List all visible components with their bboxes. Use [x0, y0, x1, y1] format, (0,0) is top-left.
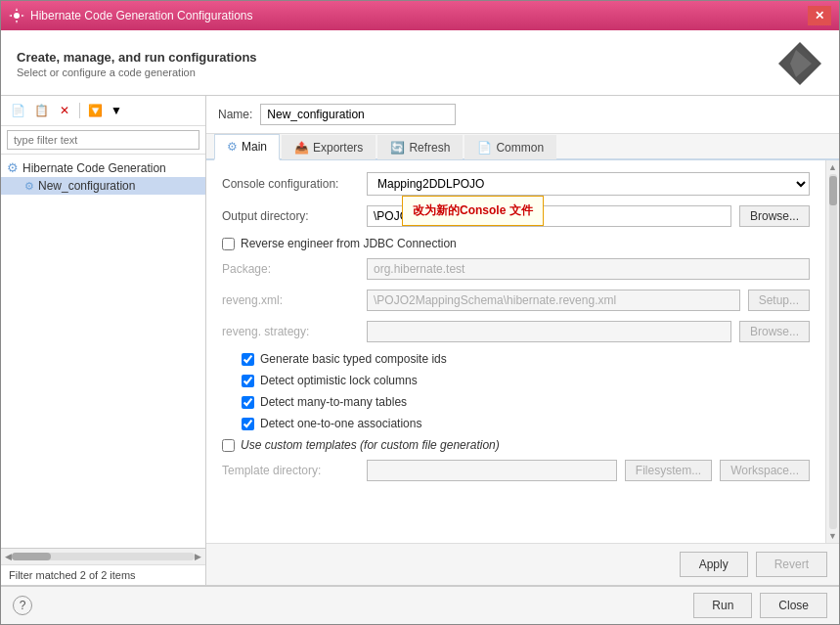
main-tab-label: Main	[242, 140, 267, 154]
filter-status: Filter matched 2 of 2 items	[1, 564, 205, 585]
right-scrollbar-thumb	[829, 176, 837, 205]
right-scrollbar[interactable]: ▲ ▼	[825, 160, 839, 543]
tooltip-box: 改为新的Console 文件	[402, 196, 544, 226]
scroll-up-icon[interactable]: ▲	[828, 162, 837, 172]
console-config-label: Console configuration:	[222, 177, 359, 191]
right-panel: Name: ⚙ Main 📤 Exporters 🔄 Refresh	[206, 96, 839, 585]
title-bar: Hibernate Code Generation Configurations…	[1, 1, 839, 30]
sidebar: 📄 📋 ✕ 🔽 ▼ ⚙ Hibernate Code Generation ⚙	[1, 96, 206, 585]
reveng-xml-label: reveng.xml:	[222, 293, 359, 307]
tree-item-parent[interactable]: ⚙ Hibernate Code Generation	[1, 158, 205, 177]
name-input[interactable]	[260, 104, 456, 125]
main-content: 📄 📋 ✕ 🔽 ▼ ⚙ Hibernate Code Generation ⚙	[1, 96, 839, 585]
revert-button[interactable]: Revert	[756, 552, 827, 577]
sidebar-scrollbar[interactable]: ◀ ▶	[1, 549, 205, 564]
reveng-strategy-browse-button[interactable]: Browse...	[739, 321, 810, 342]
tooltip-text: 改为新的Console 文件	[413, 203, 533, 217]
checkbox-row-4: Detect one-to-one associations	[242, 417, 810, 430]
toolbar-separator	[79, 103, 80, 118]
tab-refresh[interactable]: 🔄 Refresh	[377, 135, 463, 159]
gen-composite-checkbox[interactable]	[242, 353, 254, 366]
app-logo	[776, 40, 823, 87]
main-tab-icon: ⚙	[227, 140, 238, 154]
filesystem-button[interactable]: Filesystem...	[625, 460, 712, 481]
reveng-xml-row: reveng.xml: Setup...	[222, 290, 810, 311]
sidebar-bottom: ◀ ▶ Filter matched 2 of 2 items	[1, 548, 205, 585]
package-input[interactable]	[367, 258, 810, 280]
scroll-right-icon[interactable]: ▶	[195, 552, 201, 561]
reveng-strategy-label: reveng. strategy:	[222, 325, 359, 338]
exporters-tab-icon: 📤	[294, 141, 309, 155]
common-tab-icon: 📄	[477, 141, 492, 155]
bottom-buttons: Apply Revert	[206, 543, 839, 585]
name-label: Name:	[218, 108, 252, 121]
help-button[interactable]: ?	[13, 596, 32, 615]
console-config-select[interactable]: Mapping2DDLPOJO	[367, 172, 810, 196]
refresh-tab-icon: 🔄	[390, 141, 405, 155]
detect-one-label: Detect one-to-one associations	[260, 417, 421, 430]
scroll-down-icon[interactable]: ▼	[828, 531, 837, 541]
detect-one-checkbox[interactable]	[242, 418, 254, 430]
window-icon	[9, 8, 24, 23]
footer-right-buttons: Run Close	[693, 593, 827, 618]
panel-with-scroll: Console configuration: Mapping2DDLPOJO 改…	[206, 160, 839, 543]
console-config-select-wrap: Mapping2DDLPOJO	[367, 172, 810, 196]
custom-templates-row: Use custom templates (for custom file ge…	[222, 438, 810, 452]
output-dir-browse-button[interactable]: Browse...	[739, 205, 810, 227]
toolbar-dropdown[interactable]: ▼	[108, 103, 125, 118]
new-config-button[interactable]: 📄	[7, 100, 28, 121]
close-window-button[interactable]: ✕	[808, 6, 831, 25]
reveng-xml-input[interactable]	[367, 290, 740, 311]
new-config-tree-icon: ⚙	[24, 180, 34, 193]
custom-templates-checkbox[interactable]	[222, 439, 235, 452]
tab-exporters[interactable]: 📤 Exporters	[282, 135, 376, 159]
filter-config-button[interactable]: 🔽	[84, 100, 106, 121]
scrollbar-thumb	[12, 553, 51, 560]
reverse-engineer-row: Reverse engineer from JDBC Connection	[222, 237, 810, 250]
filter-input-wrap	[1, 126, 205, 155]
panel-content: Console configuration: Mapping2DDLPOJO 改…	[206, 160, 825, 543]
tab-main[interactable]: ⚙ Main	[214, 134, 280, 160]
common-tab-label: Common	[496, 141, 544, 155]
refresh-tab-label: Refresh	[409, 141, 450, 155]
sidebar-toolbar: 📄 📋 ✕ 🔽 ▼	[1, 96, 205, 126]
apply-button[interactable]: Apply	[680, 552, 748, 577]
scrollbar-track	[12, 553, 195, 560]
detect-optimistic-checkbox[interactable]	[242, 375, 254, 387]
console-config-row: Console configuration: Mapping2DDLPOJO 改…	[222, 172, 810, 196]
delete-config-button[interactable]: ✕	[54, 100, 75, 121]
template-dir-input[interactable]	[367, 460, 617, 481]
name-row: Name:	[206, 96, 839, 134]
template-dir-row: Template directory: Filesystem... Worksp…	[222, 460, 810, 481]
reveng-strategy-input[interactable]	[367, 321, 731, 342]
checkbox-row-3: Detect many-to-many tables	[242, 395, 810, 409]
reveng-xml-setup-button[interactable]: Setup...	[748, 290, 810, 311]
chevron-down-icon: ▼	[111, 104, 122, 117]
svg-point-0	[14, 13, 20, 19]
tab-common[interactable]: 📄 Common	[464, 135, 556, 159]
copy-config-button[interactable]: 📋	[30, 100, 52, 121]
workspace-button[interactable]: Workspace...	[720, 460, 810, 481]
filter-input[interactable]	[7, 130, 199, 150]
checkbox-row-1: Generate basic typed composite ids	[242, 352, 810, 366]
output-dir-label: Output directory:	[222, 209, 359, 223]
gen-composite-label: Generate basic typed composite ids	[260, 352, 447, 366]
tree-child-label: New_configuration	[38, 179, 135, 193]
tree-parent-label: Hibernate Code Generation	[22, 161, 166, 175]
detect-many-checkbox[interactable]	[242, 396, 254, 409]
tabs-bar: ⚙ Main 📤 Exporters 🔄 Refresh 📄 Common	[206, 134, 839, 160]
checkbox-row-2: Detect optimistic lock columns	[242, 374, 810, 387]
window: Hibernate Code Generation Configurations…	[0, 0, 840, 625]
reverse-engineer-checkbox[interactable]	[222, 238, 235, 250]
reveng-strategy-row: reveng. strategy: Browse...	[222, 321, 810, 342]
close-button[interactable]: Close	[760, 593, 827, 618]
custom-templates-label: Use custom templates (for custom file ge…	[241, 438, 500, 452]
package-label: Package:	[222, 262, 359, 276]
header-area: Create, manage, and run configurations S…	[1, 30, 839, 96]
tree-area: ⚙ Hibernate Code Generation ⚙ New_config…	[1, 155, 205, 548]
package-row: Package:	[222, 258, 810, 280]
run-button[interactable]: Run	[693, 593, 752, 618]
scroll-left-icon[interactable]: ◀	[5, 552, 12, 561]
tree-item-child[interactable]: ⚙ New_configuration	[1, 177, 205, 195]
hibernate-codegen-icon: ⚙	[7, 160, 19, 175]
